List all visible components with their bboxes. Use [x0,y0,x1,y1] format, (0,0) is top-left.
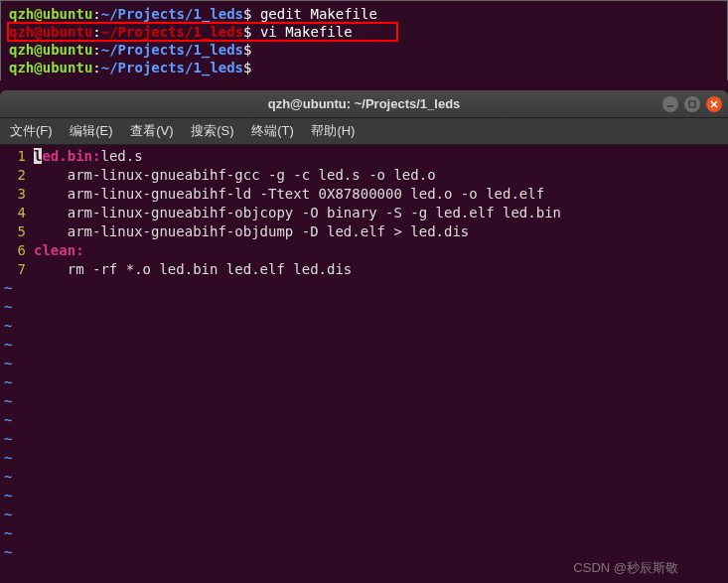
empty-line-tilde: ~ [0,373,728,392]
empty-line-tilde: ~ [0,543,728,562]
code-line: 4 arm-linux-gnueabihf-objcopy -O binary … [0,204,728,222]
empty-line-tilde: ~ [0,449,728,468]
window-title: qzh@ubuntu: ~/Projects/1_leds [268,96,461,111]
prompt-line-2[interactable]: qzh@ubuntu:~/Projects/1_leds$ vi Makefil… [9,23,719,41]
code-line: 7 rm -rf *.o led.bin led.elf led.dis [0,260,728,279]
empty-line-tilde: ~ [0,487,728,506]
close-button[interactable] [706,96,722,112]
line-number: 1 [4,147,26,166]
line-number: 7 [4,260,26,279]
empty-line-tilde: ~ [0,336,728,355]
empty-line-tilde: ~ [0,317,728,336]
menu-edit[interactable]: 编辑(E) [70,122,112,140]
cwd: ~/Projects/1_leds [101,6,243,22]
host: ubuntu [43,24,93,40]
cwd: ~/Projects/1_leds [101,24,243,40]
window-controls [662,96,722,112]
menu-terminal[interactable]: 终端(T) [251,122,294,140]
window-titlebar[interactable]: qzh@ubuntu: ~/Projects/1_leds [0,90,728,118]
code-line: 2 arm-linux-gnueabihf-gcc -g -c led.s -o… [0,166,728,185]
menu-view[interactable]: 查看(V) [130,122,173,140]
empty-line-tilde: ~ [0,411,728,430]
user: qzh [9,6,34,22]
maximize-button[interactable] [684,96,700,112]
code-line: 6clean: [0,241,728,260]
user: qzh [9,60,34,75]
outer-terminal: qzh@ubuntu:~/Projects/1_leds$ gedit Make… [0,0,728,80]
line-number: 3 [4,185,26,204]
terminal-window: qzh@ubuntu: ~/Projects/1_leds 文件(F) 编辑(E… [0,90,728,583]
line-number: 2 [4,166,26,185]
menu-search[interactable]: 搜索(S) [191,122,233,140]
menu-help[interactable]: 帮助(H) [311,122,355,140]
menu-bar: 文件(F) 编辑(E) 查看(V) 搜索(S) 终端(T) 帮助(H) [0,118,728,145]
cwd: ~/Projects/1_leds [101,60,243,75]
prompt-line-4[interactable]: qzh@ubuntu:~/Projects/1_leds$ [9,59,719,76]
minimize-button[interactable] [662,96,678,112]
menu-file[interactable]: 文件(F) [10,122,53,140]
code-line: 3 arm-linux-gnueabihf-ld -Ttext 0X878000… [0,185,728,204]
empty-line-tilde: ~ [0,355,728,373]
empty-line-tilde: ~ [0,298,728,317]
code-line: 5 arm-linux-gnueabihf-objdump -D led.elf… [0,222,728,241]
code-line: 1led.bin:led.s [0,147,728,166]
line-number: 4 [4,204,26,222]
user: qzh [9,24,34,40]
host: ubuntu [43,6,93,22]
vi-editor-area[interactable]: 1led.bin:led.s 2 arm-linux-gnueabihf-gcc… [0,145,728,583]
cursor: l [34,148,42,164]
prompt-line-1[interactable]: qzh@ubuntu:~/Projects/1_leds$ gedit Make… [9,5,719,23]
cwd: ~/Projects/1_leds [101,42,243,58]
host: ubuntu [43,60,93,75]
command: vi Makefile [260,24,353,40]
svg-rect-1 [689,101,695,107]
line-number: 6 [4,241,26,260]
empty-line-tilde: ~ [0,524,728,543]
host: ubuntu [43,42,93,58]
prompt-line-3[interactable]: qzh@ubuntu:~/Projects/1_leds$ [9,41,719,59]
empty-line-tilde: ~ [0,430,728,449]
command: gedit Makefile [260,6,377,22]
empty-line-tilde: ~ [0,279,728,298]
line-number: 5 [4,222,26,241]
user: qzh [9,42,34,58]
empty-line-tilde: ~ [0,506,728,524]
empty-line-tilde: ~ [0,468,728,487]
empty-line-tilde: ~ [0,392,728,411]
